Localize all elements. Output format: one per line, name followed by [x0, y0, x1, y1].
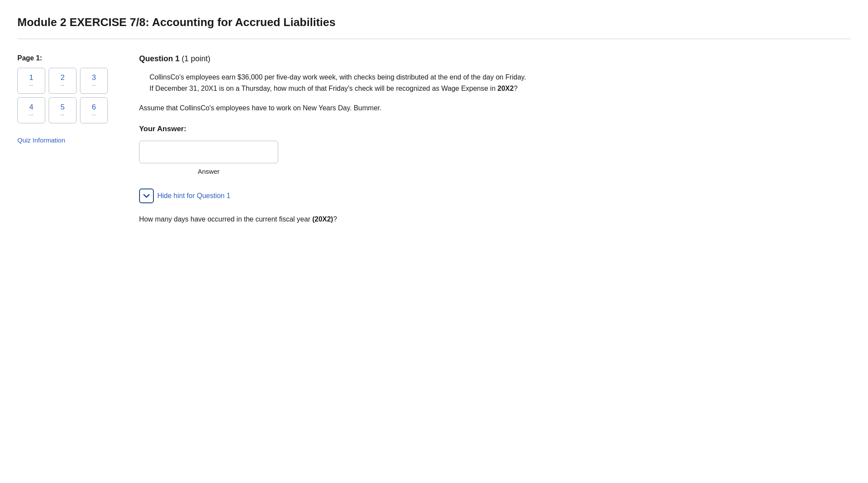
your-answer-label: Your Answer:: [139, 123, 530, 135]
question-box-6[interactable]: 6 --: [80, 97, 108, 123]
question-box-5[interactable]: 5 --: [49, 97, 76, 123]
hint-link[interactable]: Hide hint for Question 1: [157, 191, 230, 201]
q-score-5: --: [60, 112, 65, 118]
question-body: CollinsCo's employees earn $36,000 per f…: [150, 72, 530, 95]
content-layout: Page 1: 1 -- 2 -- 3 -- 4 --: [17, 53, 851, 225]
question-box-4[interactable]: 4 --: [17, 97, 45, 123]
chevron-down-icon: [143, 192, 150, 199]
question-header-normal: (1 point): [180, 54, 210, 63]
question-box-1[interactable]: 1 --: [17, 68, 45, 94]
section-divider: [17, 39, 851, 39]
hint-question-end: ?: [333, 215, 337, 223]
question-bold-term: 20X2: [498, 85, 514, 92]
page-container: Module 2 EXERCISE 7/8: Accounting for Ac…: [0, 0, 868, 483]
question-box-3[interactable]: 3 --: [80, 68, 108, 94]
page-label: Page 1:: [17, 53, 113, 63]
q-number-3: 3: [92, 73, 96, 82]
question-body-end: ?: [514, 85, 518, 92]
answer-input-wrapper: Answer: [139, 141, 278, 177]
q-score-6: --: [92, 112, 96, 118]
quiz-info-link[interactable]: Quiz Information: [17, 136, 65, 146]
q-score-1: --: [29, 82, 33, 88]
answer-field-label: Answer: [198, 167, 219, 177]
q-score-4: --: [29, 112, 33, 118]
question-header: Question 1 (1 point): [139, 53, 530, 65]
question-header-bold: Question 1: [139, 54, 180, 63]
q-number-5: 5: [60, 103, 64, 112]
main-content: Question 1 (1 point) CollinsCo's employe…: [139, 53, 530, 225]
hint-button-row: Hide hint for Question 1: [139, 189, 530, 203]
hint-question-text-span: How many days have occurred in the curre…: [139, 215, 312, 223]
question-box-2[interactable]: 2 --: [49, 68, 76, 94]
q-score-3: --: [92, 82, 96, 88]
q-number-6: 6: [92, 103, 96, 112]
q-number-4: 4: [29, 103, 33, 112]
question-grid: 1 -- 2 -- 3 -- 4 -- 5 --: [17, 68, 113, 123]
hint-question-bold: (20X2): [312, 215, 333, 223]
sidebar: Page 1: 1 -- 2 -- 3 -- 4 --: [17, 53, 113, 146]
q-number-2: 2: [60, 73, 64, 82]
q-number-1: 1: [29, 73, 33, 82]
hint-question-text: How many days have occurred in the curre…: [139, 214, 530, 225]
hint-toggle-button[interactable]: [139, 189, 154, 203]
answer-input[interactable]: [139, 141, 278, 163]
question-assume: Assume that CollinsCo's employees have t…: [139, 103, 530, 114]
q-score-2: --: [60, 82, 65, 88]
question-body-text: CollinsCo's employees earn $36,000 per f…: [150, 73, 526, 92]
page-title: Module 2 EXERCISE 7/8: Accounting for Ac…: [17, 14, 851, 31]
